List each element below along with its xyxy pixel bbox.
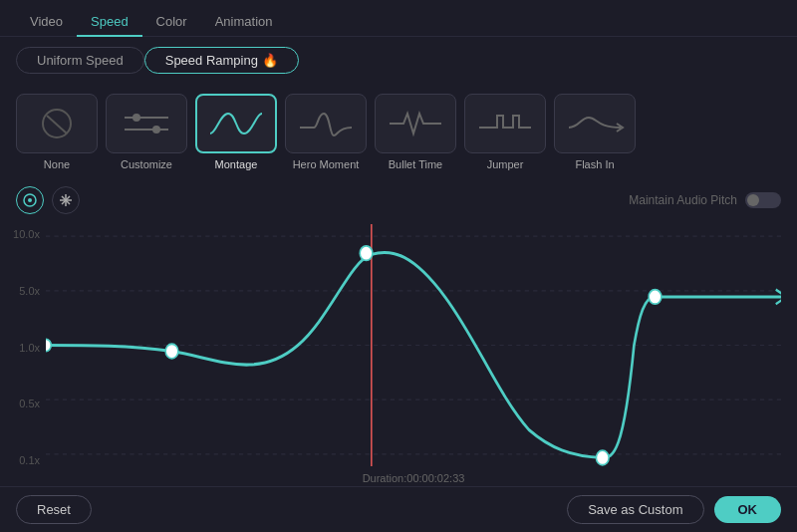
preset-flash-in[interactable]: Flash In (554, 94, 636, 170)
bezier-btn[interactable] (16, 186, 44, 214)
save-as-custom-button[interactable]: Save as Custom (567, 495, 703, 524)
y-label-0-5: 0.5x (0, 398, 46, 409)
reset-button[interactable]: Reset (16, 495, 92, 524)
audio-pitch-toggle[interactable] (745, 192, 781, 208)
preset-customize[interactable]: Customize (106, 94, 187, 170)
tab-video[interactable]: Video (16, 8, 77, 37)
preset-bullet-time[interactable]: Bullet Time (375, 94, 456, 170)
top-nav: Video Speed Color Animation (0, 0, 797, 37)
preset-hero-moment-label: Hero Moment (293, 158, 360, 170)
customize-icon (117, 106, 176, 141)
bullet-time-icon (386, 106, 445, 141)
bottom-bar: Reset Save as Custom OK (0, 486, 797, 532)
y-label-1: 1.0x (0, 342, 46, 354)
speed-ramping-btn[interactable]: Speed Ramping🔥 (144, 47, 299, 74)
preset-bullet-time-label: Bullet Time (389, 158, 442, 170)
y-axis: 10.0x 5.0x 1.0x 0.5x 0.1x (0, 224, 46, 486)
svg-point-7 (28, 198, 32, 202)
svg-point-22 (46, 339, 51, 351)
preset-jumper-icon-box (464, 94, 546, 153)
y-label-0-1: 0.1x (0, 454, 46, 466)
preset-hero-moment-icon-box (285, 94, 367, 153)
none-icon (27, 106, 87, 141)
flash-in-icon (565, 106, 625, 141)
y-label-10: 10.0x (0, 228, 46, 240)
preset-customize-label: Customize (121, 158, 172, 170)
tab-animation[interactable]: Animation (201, 8, 287, 37)
preset-montage-icon-box (195, 94, 277, 153)
chart-svg (46, 224, 781, 466)
svg-point-19 (360, 246, 373, 261)
tab-color[interactable]: Color (142, 8, 201, 37)
app-container: Video Speed Color Animation Uniform Spee… (0, 0, 797, 532)
y-label-5: 5.0x (0, 285, 46, 297)
tab-speed[interactable]: Speed (77, 8, 142, 37)
montage-icon (206, 106, 266, 141)
flame-icon: 🔥 (262, 53, 278, 68)
preset-none[interactable]: None (16, 94, 98, 170)
preset-none-icon-box (16, 94, 98, 153)
jumper-icon (475, 106, 535, 141)
svg-point-4 (133, 114, 140, 122)
svg-point-5 (152, 126, 160, 133)
preset-hero-moment[interactable]: Hero Moment (285, 94, 367, 170)
mode-switcher: Uniform Speed Speed Ramping🔥 (0, 37, 797, 84)
audio-pitch-label: Maintain Audio Pitch (629, 193, 737, 207)
preset-jumper[interactable]: Jumper (464, 94, 546, 170)
svg-line-1 (47, 116, 67, 133)
preset-montage-label: Montage (215, 158, 258, 170)
svg-point-21 (649, 290, 662, 305)
svg-point-18 (165, 344, 178, 359)
preset-customize-icon-box (106, 94, 187, 153)
presets-row: None Customize Montage (0, 84, 797, 180)
preset-flash-in-label: Flash In (575, 158, 614, 170)
chart-container: 10.0x 5.0x 1.0x 0.5x 0.1x (0, 220, 797, 486)
preset-flash-in-icon-box (554, 94, 636, 153)
freeze-icon (58, 192, 74, 208)
hero-moment-icon (296, 106, 356, 141)
preset-montage[interactable]: Montage (195, 94, 277, 170)
controls-bar: Maintain Audio Pitch (0, 180, 797, 220)
uniform-speed-btn[interactable]: Uniform Speed (16, 47, 144, 74)
freeze-btn[interactable] (52, 186, 80, 214)
chart-svg-area: Duration:00:00:02:33 (46, 224, 781, 486)
duration-label: Duration:00:00:02:33 (46, 472, 781, 484)
svg-point-20 (596, 450, 609, 465)
preset-bullet-time-icon-box (375, 94, 456, 153)
preset-none-label: None (44, 158, 70, 170)
bezier-icon (22, 192, 38, 208)
audio-pitch-section: Maintain Audio Pitch (629, 192, 781, 208)
preset-jumper-label: Jumper (487, 158, 524, 170)
ok-button[interactable]: OK (714, 496, 782, 523)
right-buttons: Save as Custom OK (567, 495, 781, 524)
